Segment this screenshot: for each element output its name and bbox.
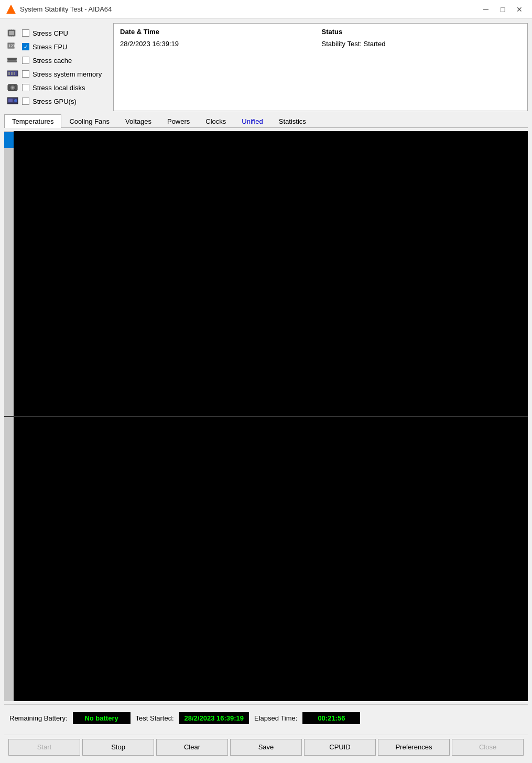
stress-item-fpu: 123 ✓ Stress FPU — [7, 40, 106, 53]
svg-rect-10 — [7, 58, 17, 60]
stop-button[interactable]: Stop — [82, 743, 154, 759]
preferences-button[interactable]: Preferences — [378, 743, 450, 759]
status-grid: Date & Time Status 28/2/2023 16:39:19 St… — [120, 28, 521, 48]
cache-icon — [7, 56, 19, 65]
stress-item-disks: Stress local disks — [7, 81, 106, 94]
svg-text:123: 123 — [8, 44, 15, 48]
svg-point-21 — [14, 99, 17, 102]
status-bar: Remaining Battery: No battery Test Start… — [4, 708, 528, 735]
stress-checkbox-memory[interactable] — [22, 70, 29, 78]
stress-label-disks: Stress local disks — [32, 84, 85, 92]
stress-label-fpu: Stress FPU — [32, 43, 67, 51]
stress-checkbox-disks[interactable] — [22, 84, 29, 91]
test-started-label: Test Started: — [136, 718, 174, 726]
stress-item-memory: Stress system memory — [7, 67, 106, 81]
cpu-chart-area — [14, 418, 528, 705]
cpu-chart-canvas — [14, 418, 528, 703]
stress-label-cache: Stress cache — [32, 57, 72, 65]
stress-item-cache: Stress cache — [7, 53, 106, 67]
cpuid-button[interactable]: CPUID — [304, 743, 376, 759]
stress-checkbox-fpu[interactable]: ✓ — [22, 43, 29, 50]
clear-button[interactable]: Clear — [156, 743, 228, 759]
svg-rect-14 — [11, 72, 13, 75]
stress-label-cpu: Stress CPU — [32, 29, 68, 37]
svg-rect-13 — [8, 72, 10, 75]
cpu-chart-wrapper — [4, 418, 528, 705]
close-button[interactable]: ✕ — [513, 3, 526, 16]
tab-statistics[interactable]: Statistics — [271, 114, 314, 128]
temp-scrollbar[interactable] — [4, 131, 14, 417]
gpu-icon — [7, 97, 19, 105]
window-title: System Stability Test - AIDA64 — [20, 5, 480, 13]
svg-rect-1 — [9, 31, 14, 35]
elapsed-label: Elapsed Time: — [254, 718, 297, 726]
status-panel: Date & Time Status 28/2/2023 16:39:19 St… — [113, 23, 528, 111]
stress-item-gpu: Stress GPU(s) — [7, 94, 106, 108]
status-header: Status — [322, 28, 522, 38]
cpu-icon — [7, 29, 19, 37]
tabs-container: TemperaturesCooling FansVoltagesPowersCl… — [4, 114, 528, 128]
stress-checkbox-cache[interactable] — [22, 57, 29, 64]
top-section: Stress CPU 123 ✓ Stress FPU Stress cache… — [4, 23, 528, 111]
test-started-value: 28/2/2023 16:39:19 — [179, 716, 249, 728]
status-value: Stability Test: Started — [322, 40, 522, 48]
temp-scrollbar-thumb[interactable] — [4, 132, 14, 148]
disks-icon — [7, 83, 19, 92]
button-bar: StartStopClearSaveCPUIDPreferencesClose — [4, 738, 528, 762]
tab-cooling-fans[interactable]: Cooling Fans — [61, 114, 117, 128]
close-button: Close — [452, 743, 524, 759]
cpu-scrollbar[interactable] — [4, 418, 14, 705]
fpu-icon: 123 — [7, 42, 19, 51]
tab-temperatures[interactable]: Temperatures — [4, 114, 61, 128]
save-button[interactable]: Save — [230, 743, 302, 759]
date-time-value: 28/2/2023 16:39:19 — [120, 40, 320, 48]
window-controls: ─ □ ✕ — [480, 3, 526, 16]
titlebar: System Stability Test - AIDA64 ─ □ ✕ — [0, 0, 532, 19]
minimize-button[interactable]: ─ — [480, 3, 492, 16]
svg-point-18 — [12, 87, 14, 89]
svg-rect-11 — [7, 60, 17, 62]
svg-rect-15 — [14, 72, 15, 75]
charts-area — [4, 131, 528, 705]
maximize-button[interactable]: □ — [496, 3, 509, 16]
stress-panel: Stress CPU 123 ✓ Stress FPU Stress cache… — [4, 23, 109, 111]
stress-checkbox-cpu[interactable] — [22, 29, 29, 37]
temp-chart-wrapper — [4, 131, 528, 418]
stress-label-memory: Stress system memory — [32, 70, 102, 78]
elapsed-value: 00:21:56 — [302, 716, 360, 728]
tab-unified[interactable]: Unified — [234, 114, 270, 128]
tab-voltages[interactable]: Voltages — [117, 114, 159, 128]
temp-chart-area — [14, 131, 528, 417]
tab-clocks[interactable]: Clocks — [198, 114, 234, 128]
tab-powers[interactable]: Powers — [159, 114, 198, 128]
stress-label-gpu: Stress GPU(s) — [32, 98, 77, 105]
start-button: Start — [8, 743, 80, 759]
main-content: Stress CPU 123 ✓ Stress FPU Stress cache… — [0, 19, 532, 763]
svg-rect-20 — [8, 99, 13, 102]
memory-icon — [7, 70, 19, 78]
temp-chart-canvas — [14, 131, 528, 416]
app-icon — [6, 5, 16, 14]
stress-item-cpu: Stress CPU — [7, 26, 106, 40]
battery-label: Remaining Battery: — [9, 718, 68, 726]
stress-checkbox-gpu[interactable] — [22, 98, 29, 105]
battery-value: No battery — [73, 716, 131, 728]
date-time-header: Date & Time — [120, 28, 320, 38]
